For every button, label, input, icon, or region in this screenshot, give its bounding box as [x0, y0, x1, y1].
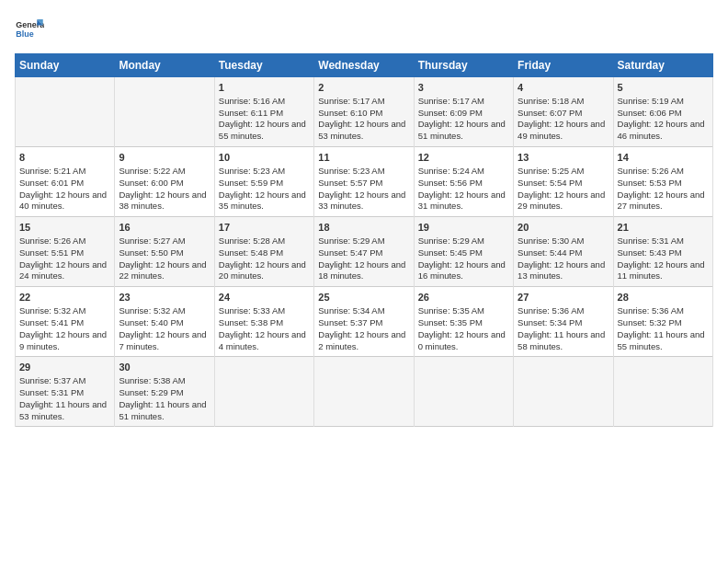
calendar-cell — [613, 357, 712, 427]
calendar-cell: 4Sunrise: 5:18 AMSunset: 6:07 PMDaylight… — [514, 77, 613, 147]
day-number: 26 — [418, 291, 509, 304]
calendar-cell: 20Sunrise: 5:30 AMSunset: 5:44 PMDayligh… — [514, 217, 613, 287]
calendar-cell — [514, 357, 613, 427]
calendar-cell: 5Sunrise: 5:19 AMSunset: 6:06 PMDaylight… — [613, 77, 712, 147]
day-header-wednesday: Wednesday — [314, 54, 414, 77]
day-number: 14 — [618, 151, 709, 165]
day-number: 8 — [19, 151, 110, 165]
calendar-cell: 28Sunrise: 5:36 AMSunset: 5:32 PMDayligh… — [613, 287, 712, 357]
day-header-saturday: Saturday — [613, 54, 712, 77]
day-number: 20 — [518, 221, 609, 235]
day-number: 21 — [618, 221, 709, 235]
day-number: 27 — [518, 291, 609, 304]
calendar-week-row: 1Sunrise: 5:16 AMSunset: 6:11 PMDaylight… — [16, 77, 713, 147]
calendar-week-row: 22Sunrise: 5:32 AMSunset: 5:41 PMDayligh… — [16, 287, 713, 357]
calendar-cell: 10Sunrise: 5:23 AMSunset: 5:59 PMDayligh… — [214, 147, 313, 217]
logo: General Blue — [15, 15, 44, 44]
calendar-cell: 30Sunrise: 5:38 AMSunset: 5:29 PMDayligh… — [115, 357, 214, 427]
day-number: 25 — [318, 291, 409, 304]
day-number: 12 — [418, 151, 509, 165]
calendar-cell: 19Sunrise: 5:29 AMSunset: 5:45 PMDayligh… — [414, 217, 513, 287]
calendar-cell: 23Sunrise: 5:32 AMSunset: 5:40 PMDayligh… — [115, 287, 214, 357]
calendar-cell — [115, 77, 214, 147]
calendar-cell — [414, 357, 513, 427]
calendar-cell — [214, 357, 313, 427]
calendar-cell: 12Sunrise: 5:24 AMSunset: 5:56 PMDayligh… — [414, 147, 513, 217]
day-number: 9 — [119, 151, 210, 165]
calendar-table: SundayMondayTuesdayWednesdayThursdayFrid… — [15, 53, 713, 427]
day-number: 3 — [418, 81, 509, 95]
calendar-cell: 3Sunrise: 5:17 AMSunset: 6:09 PMDaylight… — [414, 77, 513, 147]
calendar-cell: 11Sunrise: 5:23 AMSunset: 5:57 PMDayligh… — [314, 147, 414, 217]
calendar-cell: 1Sunrise: 5:16 AMSunset: 6:11 PMDaylight… — [214, 77, 313, 147]
calendar-cell: 27Sunrise: 5:36 AMSunset: 5:34 PMDayligh… — [514, 287, 613, 357]
calendar-cell: 8Sunrise: 5:21 AMSunset: 6:01 PMDaylight… — [16, 147, 115, 217]
day-number: 17 — [219, 221, 310, 235]
day-number: 1 — [219, 81, 310, 95]
calendar-cell: 21Sunrise: 5:31 AMSunset: 5:43 PMDayligh… — [613, 217, 712, 287]
day-number: 18 — [318, 221, 409, 235]
calendar-cell: 9Sunrise: 5:22 AMSunset: 6:00 PMDaylight… — [115, 147, 214, 217]
calendar-header-row: SundayMondayTuesdayWednesdayThursdayFrid… — [16, 54, 713, 77]
day-number: 2 — [318, 81, 409, 95]
page-container: General Blue SundayMondayTuesdayWednesda… — [0, 0, 728, 436]
calendar-cell — [16, 77, 115, 147]
calendar-week-row: 8Sunrise: 5:21 AMSunset: 6:01 PMDaylight… — [16, 147, 713, 217]
day-number: 16 — [119, 221, 210, 235]
day-number: 10 — [219, 151, 310, 165]
svg-text:Blue: Blue — [16, 29, 33, 39]
calendar-cell: 17Sunrise: 5:28 AMSunset: 5:48 PMDayligh… — [214, 217, 313, 287]
day-number: 28 — [618, 291, 709, 304]
day-number: 15 — [19, 221, 110, 235]
logo-icon: General Blue — [15, 15, 44, 44]
calendar-week-row: 29Sunrise: 5:37 AMSunset: 5:31 PMDayligh… — [16, 357, 713, 427]
calendar-cell: 2Sunrise: 5:17 AMSunset: 6:10 PMDaylight… — [314, 77, 414, 147]
day-number: 5 — [618, 81, 709, 95]
day-header-friday: Friday — [514, 54, 613, 77]
day-number: 19 — [418, 221, 509, 235]
day-number: 11 — [318, 151, 409, 165]
day-header-tuesday: Tuesday — [214, 54, 313, 77]
day-number: 22 — [19, 291, 110, 304]
day-number: 4 — [518, 81, 609, 95]
calendar-cell: 18Sunrise: 5:29 AMSunset: 5:47 PMDayligh… — [314, 217, 414, 287]
calendar-cell: 24Sunrise: 5:33 AMSunset: 5:38 PMDayligh… — [214, 287, 313, 357]
calendar-cell: 29Sunrise: 5:37 AMSunset: 5:31 PMDayligh… — [16, 357, 115, 427]
calendar-cell: 22Sunrise: 5:32 AMSunset: 5:41 PMDayligh… — [16, 287, 115, 357]
header: General Blue — [15, 15, 713, 44]
day-header-sunday: Sunday — [16, 54, 115, 77]
day-number: 24 — [219, 291, 310, 304]
day-number: 13 — [518, 151, 609, 165]
calendar-cell: 13Sunrise: 5:25 AMSunset: 5:54 PMDayligh… — [514, 147, 613, 217]
calendar-cell: 25Sunrise: 5:34 AMSunset: 5:37 PMDayligh… — [314, 287, 414, 357]
day-number: 29 — [19, 361, 110, 374]
day-number: 23 — [119, 291, 210, 304]
day-header-thursday: Thursday — [414, 54, 513, 77]
calendar-cell: 15Sunrise: 5:26 AMSunset: 5:51 PMDayligh… — [16, 217, 115, 287]
calendar-week-row: 15Sunrise: 5:26 AMSunset: 5:51 PMDayligh… — [16, 217, 713, 287]
day-number: 30 — [119, 361, 210, 374]
day-header-monday: Monday — [115, 54, 214, 77]
calendar-cell: 16Sunrise: 5:27 AMSunset: 5:50 PMDayligh… — [115, 217, 214, 287]
calendar-cell: 26Sunrise: 5:35 AMSunset: 5:35 PMDayligh… — [414, 287, 513, 357]
calendar-cell: 14Sunrise: 5:26 AMSunset: 5:53 PMDayligh… — [613, 147, 712, 217]
calendar-cell — [314, 357, 414, 427]
